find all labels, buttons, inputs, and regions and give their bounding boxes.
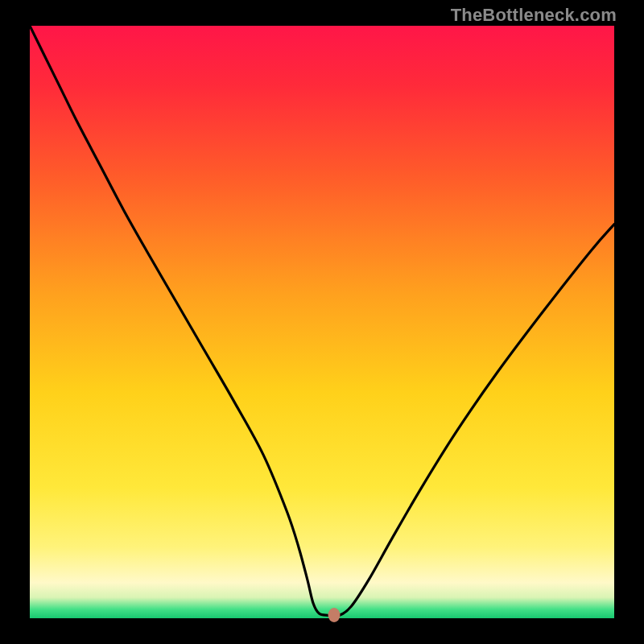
bottleneck-curve <box>30 26 614 618</box>
optimal-point-marker <box>328 608 340 622</box>
plot-area <box>30 26 614 618</box>
chart-frame: TheBottleneck.com <box>0 0 644 644</box>
attribution-text: TheBottleneck.com <box>451 5 617 26</box>
